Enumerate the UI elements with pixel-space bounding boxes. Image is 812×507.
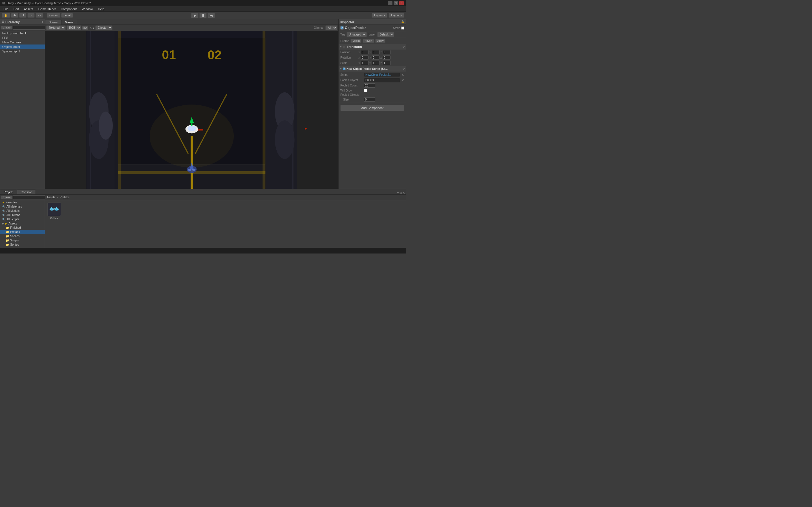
- bullets-prefab-asset[interactable]: Bullets: [47, 203, 61, 245]
- script-asset-field[interactable]: NewObjectPoolerS...: [364, 73, 400, 77]
- assets-scripts[interactable]: 📁 Scripts: [0, 238, 45, 242]
- pooled-count-input[interactable]: [364, 83, 375, 88]
- prefab-apply-btn[interactable]: Apply: [375, 39, 386, 43]
- assets-sprites[interactable]: 📁 Sprites: [0, 242, 45, 247]
- project-tree: ★ Favorites 🔍 All Materials 🔍 All Models…: [0, 200, 45, 248]
- menu-window[interactable]: Window: [80, 7, 95, 11]
- layers-btn[interactable]: Layers ▾: [371, 13, 388, 18]
- transform-header[interactable]: ▼ ⊕ Transform ⚙: [339, 44, 406, 50]
- game-scene-svg: 01 02: [45, 31, 338, 189]
- rot-x-field: X: [358, 55, 368, 60]
- shading-dropdown[interactable]: Textured: [46, 25, 66, 30]
- add-component-btn[interactable]: Add Component: [340, 105, 404, 111]
- rot-x-label: X: [358, 56, 360, 59]
- rotate-tool[interactable]: ↺: [19, 13, 27, 18]
- layout-btn[interactable]: Layout ▾: [389, 13, 404, 18]
- fav-all-prefabs[interactable]: 🔍 All Prefabs: [0, 213, 45, 217]
- prefab-select-btn[interactable]: Select: [350, 39, 361, 43]
- prefab-row: Prefab Select Revert Apply: [339, 38, 406, 44]
- tab-scene[interactable]: Scene: [45, 20, 61, 24]
- tab-project[interactable]: Project: [0, 189, 17, 194]
- scale-tool[interactable]: ⤡: [28, 13, 35, 18]
- script-component-header[interactable]: ▼ ✓ New Object Pooler Script (Sc... ⚙: [339, 66, 406, 71]
- scale-y-input[interactable]: [371, 61, 379, 65]
- hier-item-objectpooler[interactable]: ObjectPooler: [0, 45, 45, 49]
- breadcrumb-prefabs[interactable]: Prefabs: [60, 196, 69, 199]
- rot-z-field: Z: [380, 55, 391, 60]
- pos-x-input[interactable]: [361, 50, 368, 54]
- prefab-revert-btn[interactable]: Revert: [363, 39, 374, 43]
- script-settings-icon[interactable]: ⚙: [402, 67, 405, 70]
- pos-z-input[interactable]: [383, 50, 391, 54]
- move-tool[interactable]: ✚: [11, 13, 18, 18]
- rect-tool[interactable]: ▭: [36, 13, 43, 18]
- will-grow-checkbox[interactable]: [364, 89, 367, 92]
- object-active-checkbox[interactable]: ✓: [340, 26, 344, 30]
- fav-all-scripts[interactable]: 🔍 All Scripts: [0, 217, 45, 221]
- 2d-btn[interactable]: 2D: [82, 26, 88, 30]
- pause-button[interactable]: ⏸: [199, 13, 207, 18]
- static-checkbox[interactable]: [401, 26, 404, 30]
- tag-select[interactable]: Untagged: [347, 32, 367, 37]
- close-panel-icon[interactable]: ✕: [403, 191, 405, 194]
- pos-y-input[interactable]: [371, 50, 379, 54]
- expand-icon[interactable]: ⊞: [400, 191, 402, 194]
- component-settings-icon[interactable]: ⚙: [402, 45, 405, 48]
- lock-icon[interactable]: 🔒: [401, 20, 404, 23]
- hier-item-fps[interactable]: FPS: [0, 36, 45, 40]
- menu-file[interactable]: File: [1, 7, 11, 11]
- hierarchy-search[interactable]: [13, 25, 47, 30]
- script-pick-icon[interactable]: ⊙: [402, 73, 404, 76]
- maximize-select[interactable]: All: [325, 25, 337, 30]
- close-btn[interactable]: ✕: [399, 1, 404, 5]
- fav-all-models[interactable]: 🔍 All Models: [0, 209, 45, 213]
- play-button[interactable]: ▶: [191, 13, 199, 18]
- assets-finished[interactable]: 📁 Finished: [0, 226, 45, 230]
- fav-all-materials[interactable]: 🔍 All Materials: [0, 205, 45, 209]
- game-viewport[interactable]: 01 02: [45, 31, 338, 189]
- menu-help[interactable]: Help: [96, 7, 107, 11]
- assets-prefabs[interactable]: 📁 Prefabs: [0, 230, 45, 234]
- gizmos-label: Gizmos: [314, 26, 323, 29]
- assets-root[interactable]: ▶ ▶ Assets: [0, 221, 45, 226]
- size-input[interactable]: [364, 98, 375, 102]
- assets-scenes[interactable]: 📁 Scenes: [0, 234, 45, 238]
- collapse-icon[interactable]: ▾: [397, 191, 399, 194]
- menu-assets[interactable]: Assets: [22, 7, 36, 11]
- lighting-icon[interactable]: ☀: [90, 26, 92, 29]
- tab-console[interactable]: Console: [17, 189, 36, 194]
- project-create-btn[interactable]: Create: [1, 195, 12, 200]
- breadcrumb-assets[interactable]: Assets: [47, 196, 55, 199]
- hier-label: ObjectPooler: [2, 45, 20, 48]
- menu-component[interactable]: Component: [58, 7, 79, 11]
- hand-tool[interactable]: ✋: [2, 13, 10, 18]
- transform-component: ▼ ⊕ Transform ⚙ Position X Y: [339, 44, 406, 66]
- effects-dropdown[interactable]: Effects: [95, 25, 112, 30]
- rot-x-input[interactable]: [361, 55, 368, 60]
- rot-z-input[interactable]: [383, 55, 391, 60]
- scale-z-input[interactable]: [383, 61, 391, 65]
- hier-item-background[interactable]: background_back: [0, 31, 45, 36]
- menu-gameobject[interactable]: GameObject: [36, 7, 58, 11]
- center-pivot-btn[interactable]: Center: [47, 13, 60, 18]
- step-button[interactable]: ⏭: [207, 13, 215, 18]
- menu-edit[interactable]: Edit: [11, 7, 21, 11]
- hierarchy-create-btn[interactable]: Create: [1, 25, 12, 30]
- script-active-checkbox[interactable]: ✓: [343, 67, 346, 70]
- rot-y-input[interactable]: [371, 55, 379, 60]
- audio-icon[interactable]: ♪: [93, 26, 94, 29]
- project-search[interactable]: [13, 195, 45, 200]
- tab-game[interactable]: Game: [61, 20, 77, 24]
- local-global-btn[interactable]: Local: [61, 13, 73, 18]
- hier-item-spaceship[interactable]: Spaceship_1: [0, 49, 45, 54]
- minimize-btn[interactable]: ─: [388, 1, 393, 5]
- maximize-btn[interactable]: □: [394, 1, 398, 5]
- hierarchy-collapse[interactable]: ▾: [42, 20, 43, 23]
- scale-x-input[interactable]: [361, 61, 368, 65]
- color-dropdown[interactable]: RGB: [66, 25, 81, 30]
- pooled-object-pick-icon[interactable]: ⊙: [402, 78, 404, 82]
- breadcrumb-sep-1: ►: [56, 196, 59, 199]
- hier-item-maincamera[interactable]: Main Camera: [0, 40, 45, 45]
- pooled-object-field[interactable]: Bullets: [364, 78, 400, 82]
- layer-select[interactable]: Default: [377, 32, 394, 37]
